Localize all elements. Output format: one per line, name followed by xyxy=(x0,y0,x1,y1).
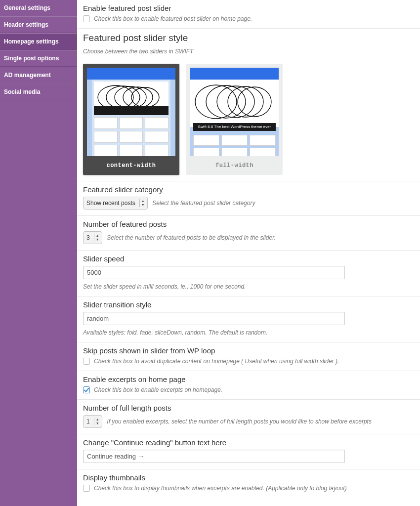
slider-speed-desc: Set the slider speed in milli seconds, i… xyxy=(83,283,414,290)
svg-point-7 xyxy=(217,86,254,118)
sidebar-item-header[interactable]: Header settings xyxy=(0,16,77,33)
section-num-featured: Number of featured posts 3 ▲▼ Select the… xyxy=(77,216,420,251)
continue-reading-title: Change "Continue reading" button text he… xyxy=(83,438,414,447)
updown-icon: ▲▼ xyxy=(94,418,101,425)
svg-point-6 xyxy=(206,85,246,118)
slider-category-title: Featured slider category xyxy=(83,185,414,194)
main-panel: Enable featured post slider Check this b… xyxy=(77,0,420,498)
continue-reading-input[interactable] xyxy=(83,450,345,463)
slider-category-select[interactable]: Show recent posts ▲▼ xyxy=(83,197,148,210)
display-thumbs-title: Display thumbnails xyxy=(83,473,414,482)
slider-style-desc: Choose between the two sliders in SWIFT xyxy=(83,48,193,55)
section-transition: Slider transition style Available styles… xyxy=(77,296,420,342)
svg-point-2 xyxy=(115,86,146,108)
svg-point-5 xyxy=(195,85,237,119)
skip-posts-title: Skip posts shown in slider from WP loop xyxy=(83,346,414,355)
section-slider-speed: Slider speed Set the slider speed in mil… xyxy=(77,251,420,296)
transition-desc: Available styles: fold, fade, sliceDown,… xyxy=(83,329,414,336)
sidebar-item-single-post[interactable]: Single post options xyxy=(0,50,77,67)
updown-icon: ▲▼ xyxy=(139,199,146,207)
transition-title: Slider transition style xyxy=(83,300,414,309)
section-num-full: Number of full length posts 1 ▲▼ If you … xyxy=(77,400,420,434)
slider-style-option-full-width[interactable]: Swift 6.0 The best WordPress theme ever … xyxy=(186,64,283,175)
num-full-desc: If you enabled excerpts, select the numb… xyxy=(107,418,372,425)
slider-category-desc: Select the featured post slider category xyxy=(152,200,255,207)
section-slider-style: Featured post slider style Choose betwee… xyxy=(77,29,420,181)
display-thumbs-desc: Check this box to display thumbnails whe… xyxy=(94,485,347,492)
num-featured-desc: Select the number of featured posts to b… xyxy=(107,234,276,241)
settings-sidebar: General settings Header settings Homepag… xyxy=(0,0,77,506)
slider-speed-title: Slider speed xyxy=(83,254,414,263)
slider-speed-input[interactable] xyxy=(83,266,345,279)
svg-point-3 xyxy=(123,87,153,108)
svg-point-0 xyxy=(98,85,133,109)
enable-excerpts-desc: Check this box to enable excerpts on hom… xyxy=(94,386,222,393)
content-width-label: content-width xyxy=(87,161,175,171)
enable-slider-desc: Check this box to enable featured post s… xyxy=(94,15,252,22)
enable-excerpts-checkbox[interactable] xyxy=(83,386,90,393)
sidebar-item-homepage[interactable]: Homepage settings xyxy=(0,33,77,50)
slider-style-option-content-width[interactable]: content-width xyxy=(83,64,179,175)
sidebar-item-ad[interactable]: AD management xyxy=(0,67,77,84)
enable-slider-checkbox[interactable] xyxy=(83,15,90,22)
updown-icon: ▲▼ xyxy=(94,234,101,242)
section-continue-reading: Change "Continue reading" button text he… xyxy=(77,434,420,469)
slider-style-title: Featured post slider style xyxy=(83,33,414,43)
section-enable-excerpts: Enable excerpts on home page Check this … xyxy=(77,371,420,400)
content-width-preview xyxy=(87,68,175,156)
sidebar-item-social[interactable]: Social media xyxy=(0,84,77,100)
skip-posts-checkbox[interactable] xyxy=(83,358,90,365)
sidebar-item-general[interactable]: General settings xyxy=(0,0,77,16)
num-full-title: Number of full length posts xyxy=(83,404,414,412)
enable-slider-title: Enable featured post slider xyxy=(83,4,414,12)
enable-excerpts-title: Enable excerpts on home page xyxy=(83,375,414,383)
full-width-label: full-width xyxy=(190,161,279,171)
full-width-caption-text: Swift 6.0 The best WordPress theme ever xyxy=(193,123,276,131)
display-thumbs-checkbox[interactable] xyxy=(83,485,90,492)
num-featured-title: Number of featured posts xyxy=(83,220,414,228)
section-enable-slider: Enable featured post slider Check this b… xyxy=(77,0,420,29)
section-slider-category: Featured slider category Show recent pos… xyxy=(77,181,420,216)
num-featured-stepper[interactable]: 3 ▲▼ xyxy=(83,231,102,244)
num-full-stepper[interactable]: 1 ▲▼ xyxy=(83,415,102,428)
skip-posts-desc: Check this box to avoid duplicate conten… xyxy=(94,358,339,365)
section-display-thumbs: Display thumbnails Check this box to dis… xyxy=(77,469,420,498)
svg-point-4 xyxy=(131,87,159,107)
section-skip-posts: Skip posts shown in slider from WP loop … xyxy=(77,342,420,371)
full-width-preview: Swift 6.0 The best WordPress theme ever xyxy=(190,68,279,156)
transition-input[interactable] xyxy=(83,312,345,325)
